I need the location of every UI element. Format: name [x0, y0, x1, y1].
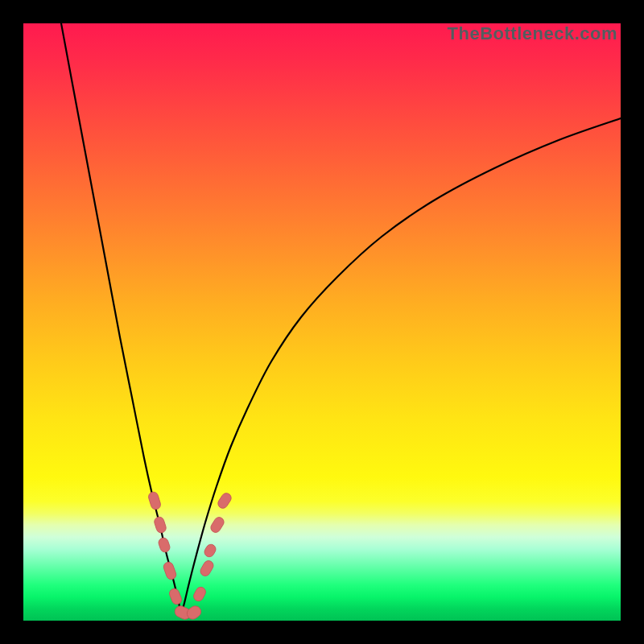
chart-frame: TheBottleneck.com [0, 0, 644, 644]
bead-marker [157, 537, 171, 554]
curve-right-branch [181, 118, 621, 615]
bead-marker [203, 543, 217, 559]
attribution-text: TheBottleneck.com [448, 23, 617, 44]
bead-marker [168, 587, 184, 605]
bead-marker [147, 491, 162, 511]
bead-marker [192, 585, 207, 603]
bead-markers [147, 491, 233, 621]
bead-marker [217, 491, 233, 510]
bead-marker [153, 516, 167, 535]
bead-marker [199, 559, 215, 577]
bead-marker [163, 561, 178, 581]
bead-marker [209, 515, 226, 534]
curves-layer [23, 23, 621, 621]
plot-area: TheBottleneck.com [23, 23, 621, 621]
